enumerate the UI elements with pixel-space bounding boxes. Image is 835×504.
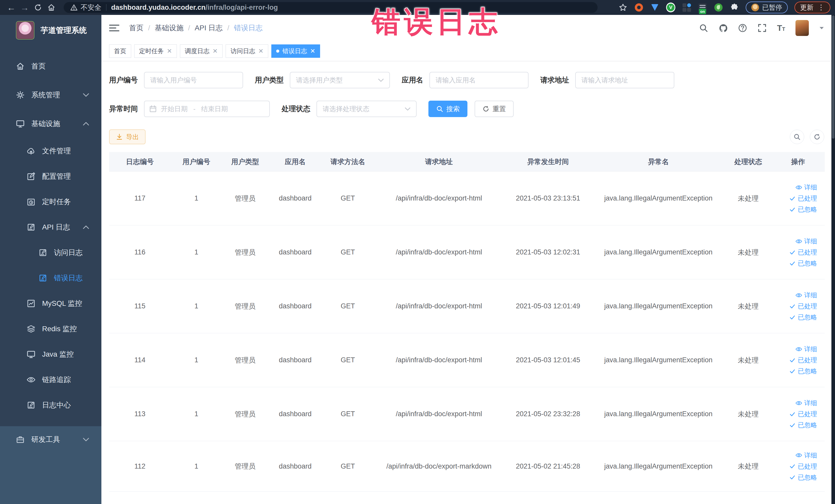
sidebar-item-config-management[interactable]: 配置管理 (0, 164, 101, 189)
mark-ignored-link[interactable]: 已忽略 (789, 473, 817, 482)
page-content: 用户编号 用户类型 请选择用户类型 应用名 请求地址 异常时间 开始日期 - (101, 61, 835, 504)
tag-error-log[interactable]: 错误日志✕ (271, 44, 320, 58)
paused-profile-chip[interactable]: 已暂停 (746, 2, 788, 13)
user-type-select[interactable]: 请选择用户类型 (290, 72, 390, 88)
not-secure-label[interactable]: 不安全 (81, 3, 101, 12)
export-button[interactable]: 导出 (109, 129, 145, 144)
detail-link[interactable]: 详细 (795, 345, 817, 353)
breadcrumb-error-log: 错误日志 (234, 23, 263, 33)
sidebar-item-home[interactable]: 首页 (0, 52, 101, 81)
browser-forward-icon[interactable]: → (18, 2, 31, 13)
url-path[interactable]: /infra/log/api-error-log (206, 4, 278, 12)
tag-access-log[interactable]: 访问日志✕ (226, 44, 268, 58)
bookmark-star-icon[interactable] (618, 3, 628, 12)
browser-reload-icon[interactable] (31, 2, 45, 13)
monkey-emoji-icon (751, 4, 759, 11)
close-icon[interactable]: ✕ (212, 47, 218, 55)
extension-icon-blocker[interactable]: on (698, 3, 707, 12)
reset-button[interactable]: 重置 (475, 101, 514, 117)
search-form-row-1: 用户编号 用户类型 请选择用户类型 应用名 请求地址 (109, 72, 824, 88)
sidebar-item-api-logs[interactable]: API 日志 (0, 215, 101, 240)
extension-icon-orange[interactable] (634, 3, 644, 12)
browser-update-button[interactable]: 更新 ⋮ (794, 2, 830, 13)
scrollbar-thumb[interactable] (832, 15, 834, 139)
sidebar-item-scheduled-tasks[interactable]: 定时任务 (0, 189, 101, 215)
exception-time-range-picker[interactable]: 开始日期 - 结束日期 (144, 101, 270, 117)
sidebar-item-log-center[interactable]: 日志中心 (0, 392, 101, 418)
close-icon[interactable]: ✕ (310, 47, 315, 55)
browser-home-icon[interactable] (45, 2, 58, 13)
detail-link[interactable]: 详细 (795, 291, 817, 299)
mark-processed-link[interactable]: 已处理 (789, 302, 817, 310)
sidebar-item-error-log[interactable]: 错误日志 (0, 265, 101, 291)
sidebar-item-mysql-monitor[interactable]: MySQL 监控 (0, 291, 101, 316)
refresh-table-button[interactable] (810, 130, 824, 144)
sidebar-collapse-icon[interactable] (109, 25, 119, 31)
detail-link[interactable]: 详细 (795, 237, 817, 245)
user-avatar[interactable] (795, 20, 809, 36)
extension-icon-leaf[interactable] (714, 3, 723, 12)
close-icon[interactable]: ✕ (258, 47, 263, 55)
check-icon (789, 368, 796, 375)
chart-icon (27, 299, 36, 308)
mark-processed-link[interactable]: 已处理 (789, 248, 817, 257)
status-badge: 未处理 (725, 302, 771, 311)
browser-back-icon[interactable]: ← (5, 2, 18, 13)
sidebar-item-system-management[interactable]: 系统管理 (0, 81, 101, 109)
help-icon[interactable] (738, 23, 747, 33)
mark-ignored-link[interactable]: 已忽略 (789, 205, 817, 214)
sidebar-item-file-management[interactable]: 文件管理 (0, 138, 101, 164)
tag-home[interactable]: 首页 (109, 44, 131, 58)
fullscreen-icon[interactable] (757, 23, 767, 33)
tag-schedule-log[interactable]: 调度日志✕ (180, 44, 223, 58)
breadcrumb-api-logs[interactable]: API 日志 (195, 23, 223, 33)
search-icon[interactable] (699, 23, 708, 33)
status-badge: 未处理 (725, 248, 771, 257)
tag-scheduled-tasks[interactable]: 定时任务✕ (134, 44, 177, 58)
avatar-caret-down-icon[interactable] (819, 26, 824, 29)
table-toolbar-right (790, 130, 824, 144)
extension-icon-vue-devtools[interactable]: V (666, 3, 675, 12)
mark-ignored-link[interactable]: 已忽略 (789, 313, 817, 321)
browser-menu-kebab-icon[interactable]: ⋮ (817, 4, 825, 11)
update-button-label: 更新 (800, 3, 813, 12)
page-scrollbar[interactable] (831, 15, 835, 504)
font-size-icon[interactable]: TT (777, 23, 785, 33)
mark-processed-link[interactable]: 已处理 (789, 194, 817, 203)
mark-processed-link[interactable]: 已处理 (789, 462, 817, 471)
user-type-label: 用户类型 (255, 75, 284, 85)
tags-view-bar: 首页 定时任务✕ 调度日志✕ 访问日志✕ 错误日志✕ (101, 41, 835, 61)
close-icon[interactable]: ✕ (167, 47, 172, 55)
refresh-icon (482, 105, 489, 113)
user-id-input[interactable] (144, 72, 243, 88)
log-icon (27, 223, 36, 231)
sidebar-item-trace[interactable]: 链路追踪 (0, 367, 101, 392)
sidebar-item-java-monitor[interactable]: Java 监控 (0, 341, 101, 367)
extensions-puzzle-icon[interactable] (730, 3, 739, 12)
request-url-input[interactable] (575, 72, 674, 88)
process-status-select[interactable]: 请选择处理状态 (317, 101, 416, 117)
address-bar[interactable]: 不安全 dashboard.yudao.iocoder.cn/infra/log… (64, 2, 597, 13)
sidebar-item-access-log[interactable]: 访问日志 (0, 240, 101, 265)
detail-link[interactable]: 详细 (795, 399, 817, 407)
toggle-search-button[interactable] (790, 130, 804, 144)
breadcrumb-infrastructure[interactable]: 基础设施 (155, 23, 184, 33)
breadcrumb-home[interactable]: 首页 (129, 23, 143, 33)
app-name-input[interactable] (429, 72, 529, 88)
mark-processed-link[interactable]: 已处理 (789, 410, 817, 418)
sidebar-item-infrastructure[interactable]: 基础设施 (0, 109, 101, 138)
detail-link[interactable]: 详细 (795, 183, 817, 191)
mark-ignored-link[interactable]: 已忽略 (789, 367, 817, 375)
detail-link[interactable]: 详细 (795, 451, 817, 460)
mark-ignored-link[interactable]: 已忽略 (789, 421, 817, 429)
mark-processed-link[interactable]: 已处理 (789, 356, 817, 364)
mark-ignored-link[interactable]: 已忽略 (789, 259, 817, 267)
url-domain[interactable]: dashboard.yudao.iocoder.cn (111, 4, 206, 12)
github-icon[interactable] (718, 23, 728, 33)
extension-icon-pin[interactable] (650, 3, 659, 12)
sidebar-item-dev-tools[interactable]: 研发工具 (0, 426, 101, 453)
extension-icon-grid[interactable] (682, 3, 691, 12)
extension-on-badge: on (699, 9, 706, 14)
search-button[interactable]: 搜索 (428, 101, 467, 117)
sidebar-item-redis-monitor[interactable]: Redis 监控 (0, 316, 101, 341)
